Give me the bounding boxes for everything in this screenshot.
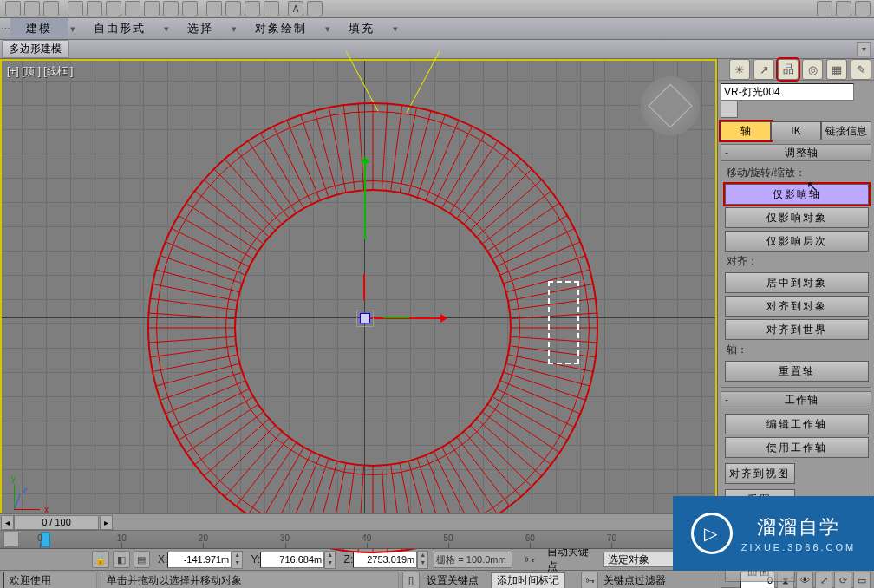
ribbon-tab-select[interactable]: 选择 — [172, 18, 229, 39]
rollout-header[interactable]: - 调整轴 — [721, 145, 871, 161]
tab-utilities-icon[interactable]: ✎ — [851, 59, 871, 80]
abs-rel-icon[interactable]: ▤ — [134, 551, 151, 568]
btn-affect-hierarchy-only[interactable]: 仅影响层次 — [725, 231, 869, 252]
viewcube-face[interactable] — [649, 84, 693, 128]
ribbon-dd-icon[interactable]: ▾ — [68, 23, 78, 35]
btn-use-working-pivot[interactable]: 使用工作轴 — [725, 437, 869, 458]
keyfilters-button[interactable]: 关键点过滤器 — [603, 573, 666, 588]
toolbar-icon[interactable] — [125, 1, 140, 16]
watermark-sub: ZIXUE.3D66.COM — [741, 542, 856, 552]
selected-segment[interactable] — [548, 281, 579, 364]
viewport-top[interactable]: [+] [顶 ] [线框 ] — [0, 59, 717, 531]
timeline-next-icon[interactable]: ▸ — [100, 515, 113, 530]
coord-y-input[interactable] — [260, 552, 324, 568]
svg-line-15 — [450, 443, 499, 515]
btn-affect-pivot-only[interactable]: 仅影响轴 — [725, 184, 869, 205]
toolbar-icon[interactable] — [163, 1, 179, 16]
toolbar-icon[interactable] — [68, 1, 83, 16]
subtab-linkinfo[interactable]: 链接信息 — [821, 121, 871, 140]
viewport-label[interactable]: [+] [顶 ] [线框 ] — [7, 64, 73, 79]
annulus-object[interactable] — [147, 102, 598, 553]
btn-edit-working-pivot[interactable]: 编辑工作轴 — [725, 414, 869, 434]
setkey-button[interactable]: 设置关键点 — [427, 573, 479, 588]
toolbar-icon[interactable] — [24, 1, 40, 16]
subtab-expand-icon[interactable]: ▾ — [857, 42, 871, 56]
svg-line-84 — [471, 168, 532, 230]
btn-reset-pivot[interactable]: 重置轴 — [725, 361, 869, 382]
toolbar-icon[interactable] — [225, 1, 241, 16]
key-icon[interactable]: 🗝 — [519, 553, 540, 565]
timeline-prev-icon[interactable]: ◂ — [1, 515, 14, 530]
toolbar-icon[interactable] — [144, 1, 160, 16]
svg-line-76 — [408, 110, 431, 194]
time-slider-row: ◂ 0 / 100 ▸ — [0, 513, 717, 531]
ribbon-dd-icon[interactable]: ▾ — [323, 23, 333, 35]
toolbar-icon[interactable] — [206, 1, 222, 16]
rollout-header[interactable]: - 工作轴 — [721, 392, 871, 408]
toolbar-icon[interactable] — [855, 1, 871, 16]
svg-line-77 — [417, 114, 445, 197]
nav-icon[interactable]: ⤢ — [815, 572, 832, 588]
toolbar-icon[interactable] — [836, 1, 851, 16]
toolbar-icon[interactable] — [43, 1, 59, 16]
svg-line-10 — [483, 412, 551, 465]
nav-icon[interactable]: ⟳ — [834, 572, 851, 588]
tab-hierarchy-icon[interactable]: 品 — [778, 59, 799, 80]
timeline-current[interactable]: 0 / 100 — [14, 515, 99, 530]
toolbar-icon[interactable]: A — [288, 1, 303, 16]
tab-motion-icon[interactable]: ◎ — [802, 59, 823, 80]
ring-spokes — [147, 102, 598, 553]
object-color-swatch[interactable] — [721, 101, 738, 118]
rollout-toggle-icon[interactable]: - — [721, 394, 732, 406]
nav-icon[interactable]: ▭ — [853, 572, 871, 588]
subtab-pivot[interactable]: 轴 — [721, 121, 771, 140]
ribbon-dd-icon[interactable]: ▾ — [229, 23, 239, 35]
selection-center-icon[interactable]: ◧ — [113, 551, 130, 568]
object-name-input[interactable] — [721, 83, 854, 101]
ribbon-tab-modeling[interactable]: 建模 — [10, 18, 68, 39]
btn-center-to-object[interactable]: 居中到对象 — [725, 272, 869, 293]
ribbon-tab-objpaint[interactable]: 对象绘制 — [239, 18, 323, 39]
toolbar-icon[interactable] — [817, 1, 832, 16]
ribbon-dd-icon[interactable]: ▾ — [161, 23, 172, 35]
toolbar-icon[interactable] — [307, 1, 323, 16]
key-brackets-icon[interactable]: [] — [402, 572, 420, 588]
btn-align-to-world[interactable]: 对齐到世界 — [725, 319, 869, 340]
btn-affect-object-only[interactable]: 仅影响对象 — [725, 207, 869, 228]
ribbon-prev-icon[interactable]: ⋯ — [0, 23, 10, 35]
subtab-polymodel[interactable]: 多边形建模 — [2, 40, 69, 58]
coord-x-input[interactable] — [167, 552, 232, 568]
key-icon[interactable]: 🗝 — [581, 572, 598, 588]
svg-line-35 — [225, 432, 282, 497]
btn-align-to-view[interactable]: 对齐到视图 — [725, 463, 795, 484]
toolbar-icon[interactable] — [245, 1, 260, 16]
svg-line-36 — [213, 426, 275, 487]
coord-z-input[interactable] — [353, 552, 417, 568]
toolbar-icon[interactable] — [182, 1, 198, 16]
toolbar-icon[interactable] — [5, 1, 21, 16]
ribbon-tab-fill[interactable]: 填充 — [333, 18, 390, 39]
tab-modify-icon[interactable]: ↗ — [753, 59, 774, 80]
toolbar-icon[interactable] — [106, 1, 121, 16]
ribbon-tab-freeform[interactable]: 自由形式 — [78, 18, 161, 39]
svg-line-45 — [152, 355, 237, 372]
viewcube[interactable] — [641, 76, 700, 135]
ribbon-dd-icon[interactable]: ▾ — [390, 23, 401, 35]
addtimemark-button[interactable]: 添加时间标记 — [491, 572, 565, 589]
tab-display-icon[interactable]: ▦ — [826, 59, 847, 80]
btn-align-to-object[interactable]: 对齐到对象 — [725, 296, 869, 317]
lock-selection-icon[interactable]: 🔒 — [92, 551, 109, 568]
grid-size-input[interactable] — [434, 552, 512, 568]
tab-create-icon[interactable]: ☀ — [729, 59, 750, 80]
nav-icon[interactable]: 👁 — [796, 572, 813, 588]
svg-line-12 — [471, 426, 532, 487]
maxscript-mini[interactable]: 欢迎使用 MAXScr — [3, 572, 97, 588]
svg-line-75 — [400, 107, 417, 192]
toolbar-icon[interactable] — [87, 1, 102, 16]
toolbar-icon[interactable] — [264, 1, 279, 16]
rollout-toggle-icon[interactable]: - — [721, 147, 732, 159]
subtab-ik[interactable]: IK — [771, 121, 821, 140]
svg-line-53 — [160, 255, 242, 283]
svg-line-38 — [194, 412, 263, 465]
timeline-config-icon[interactable] — [3, 532, 19, 547]
